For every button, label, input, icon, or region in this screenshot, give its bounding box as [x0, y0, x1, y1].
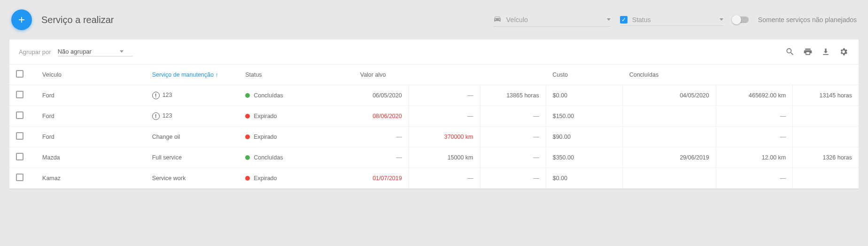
cell-target-hrs: — [480, 127, 546, 147]
cell-status: Concluídas [239, 147, 332, 168]
row-checkbox[interactable] [16, 132, 23, 140]
cell-service: !123 [146, 106, 239, 127]
cell-target-km: 370000 km [409, 127, 480, 147]
status-filter-checkbox[interactable]: ✓ [620, 16, 628, 24]
cell-done-date [623, 127, 716, 147]
group-by-select[interactable]: Não agrupar [58, 47, 133, 56]
cell-target-hrs: 13865 horas [480, 85, 546, 106]
cell-done-hrs [793, 106, 859, 127]
col-target[interactable]: Valor alvo [332, 64, 546, 85]
cell-target-hrs: — [480, 168, 546, 189]
warning-icon: ! [152, 112, 160, 120]
cell-done-km: 12.00 km [716, 147, 793, 168]
status-dot-icon [245, 135, 250, 139]
cell-service: Change oil [146, 127, 239, 147]
select-all-checkbox[interactable] [16, 70, 23, 78]
row-checkbox[interactable] [16, 153, 23, 160]
cell-done-date: 29/06/2019 [623, 147, 716, 168]
cell-status: Concluídas [239, 85, 332, 106]
cell-cost: $0.00 [546, 168, 623, 189]
vehicle-filter[interactable]: Veículo [493, 13, 611, 27]
cell-service: Full service [146, 147, 239, 168]
top-toolbar: + Serviço a realizar Veículo ✓ Status So… [9, 9, 859, 40]
cell-done-date [623, 168, 716, 189]
cell-target-date: — [332, 127, 409, 147]
status-filter[interactable]: ✓ Status [620, 14, 723, 26]
col-service-label: Serviço de manutenção [152, 71, 214, 78]
cell-cost: $0.00 [546, 85, 623, 106]
cell-service: Service work [146, 168, 239, 189]
cell-target-km: — [409, 106, 480, 127]
settings-button[interactable] [838, 46, 849, 57]
col-service[interactable]: Serviço de manutenção ↑ [146, 64, 239, 85]
cell-done-km: — [716, 106, 793, 127]
unplanned-only-toggle[interactable] [733, 16, 749, 23]
service-table: Veículo Serviço de manutenção ↑ Status V… [9, 64, 859, 189]
cell-done-km: — [716, 168, 793, 189]
table-row[interactable]: Kamaz Service work Expirado 01/07/2019 —… [9, 168, 859, 189]
cell-target-date: 06/05/2020 [332, 85, 409, 106]
add-service-button[interactable]: + [11, 9, 32, 30]
warning-icon: ! [152, 92, 160, 99]
cell-target-km: 15000 km [409, 147, 480, 168]
sort-asc-icon: ↑ [215, 71, 218, 78]
cell-done-hrs: 13145 horas [793, 85, 859, 106]
group-by-label: Agrupar por [19, 48, 51, 56]
download-button[interactable] [820, 46, 831, 57]
table-row[interactable]: Ford !123 Expirado 08/06/2020 — — $150.0… [9, 106, 859, 127]
service-list-card: Agrupar por Não agrupar [9, 40, 859, 189]
group-by-value: Não agrupar [58, 48, 92, 55]
cell-target-km: — [409, 85, 480, 106]
cell-cost: $90.00 [546, 127, 623, 147]
cell-vehicle: Ford [36, 85, 146, 106]
cell-vehicle: Ford [36, 127, 146, 147]
table-row[interactable]: Ford !123 Concluídas 06/05/2020 — 13865 … [9, 85, 859, 106]
table-row[interactable]: Ford Change oil Expirado — 370000 km — $… [9, 127, 859, 147]
cell-status: Expirado [239, 106, 332, 127]
chevron-down-icon [720, 18, 723, 21]
chevron-down-icon [607, 18, 611, 21]
status-dot-icon [245, 114, 250, 119]
cell-target-date: — [332, 147, 409, 168]
cell-target-hrs: — [480, 106, 546, 127]
cell-service: !123 [146, 85, 239, 106]
col-status[interactable]: Status [239, 64, 332, 85]
cell-done-km: 465692.00 km [716, 85, 793, 106]
vehicle-filter-label: Veículo [506, 16, 602, 24]
page-title: Serviço a realizar [41, 15, 114, 25]
cell-target-date: 01/07/2019 [332, 168, 409, 189]
cell-target-date: 08/06/2020 [332, 106, 409, 127]
status-dot-icon [245, 176, 250, 181]
status-dot-icon [245, 93, 250, 98]
cell-done-hrs: 1326 horas [793, 147, 859, 168]
cell-done-date [623, 106, 716, 127]
table-row[interactable]: Mazda Full service Concluídas — 15000 km… [9, 147, 859, 168]
cell-status: Expirado [239, 127, 332, 147]
chevron-down-icon [120, 50, 124, 53]
cell-done-hrs [793, 168, 859, 189]
cell-cost: $150.00 [546, 106, 623, 127]
cell-done-km: — [716, 127, 793, 147]
cell-cost: $350.00 [546, 147, 623, 168]
car-icon [493, 15, 502, 24]
status-filter-label: Status [632, 16, 715, 24]
print-button[interactable] [802, 46, 814, 57]
table-header-row: Veículo Serviço de manutenção ↑ Status V… [9, 64, 859, 85]
col-completed[interactable]: Concluídas [623, 64, 859, 85]
cell-target-km: — [409, 168, 480, 189]
unplanned-only-label: Somente serviços não planejados [758, 16, 857, 24]
col-vehicle[interactable]: Veículo [36, 64, 146, 85]
cell-vehicle: Mazda [36, 147, 146, 168]
status-dot-icon [245, 155, 250, 160]
cell-target-hrs: — [480, 147, 546, 168]
cell-done-hrs [793, 127, 859, 147]
search-button[interactable] [784, 46, 796, 57]
row-checkbox[interactable] [16, 91, 23, 98]
card-toolbar: Agrupar por Não agrupar [9, 40, 859, 64]
row-checkbox[interactable] [16, 111, 23, 119]
cell-vehicle: Kamaz [36, 168, 146, 189]
cell-vehicle: Ford [36, 106, 146, 127]
row-checkbox[interactable] [16, 174, 23, 181]
cell-status: Expirado [239, 168, 332, 189]
col-cost[interactable]: Custo [546, 64, 623, 85]
